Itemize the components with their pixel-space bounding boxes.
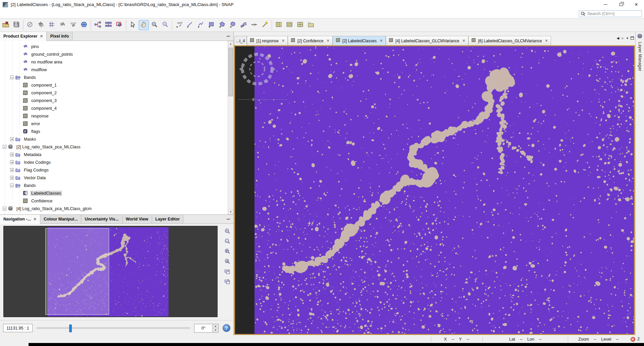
tree-item-response[interactable]: response [0,112,233,120]
tree-expander-plus[interactable] [10,160,14,164]
tree-item-component-4[interactable]: component_4 [0,104,233,112]
close-tab-icon[interactable]: ✕ [33,217,37,221]
search-box[interactable] [579,10,642,17]
tree-expander-plus[interactable] [10,153,14,156]
close-document-icon[interactable]: ✕ [462,39,465,43]
slash-circle-button[interactable] [25,20,35,30]
polygon-tool-button[interactable] [217,20,227,30]
open-product-button[interactable] [1,20,11,30]
tree-scrollbar[interactable]: ▲ ▼ [228,41,233,214]
tree-item-masks[interactable]: Masks [0,135,233,143]
layer-manager-strip[interactable]: Layer Manager [635,32,644,336]
tree-item-bands[interactable]: Bands [0,73,233,81]
tree-item-component-1[interactable]: component_1 [0,81,233,89]
wkt-tool-button[interactable] [238,20,248,30]
close-tab-icon[interactable]: ✕ [40,34,43,39]
pin-tool-button[interactable] [57,20,67,30]
image-view-canvas[interactable] [255,46,634,334]
zoom-out-button[interactable]: − [223,237,232,246]
tree-item-no-mudflow-area[interactable]: no mudflow area [0,58,233,66]
gcp-insert-button[interactable]: GCP [174,20,184,30]
maximize-view-button[interactable] [631,37,634,40]
zoom-tool-button[interactable] [149,20,159,30]
tree-item-confidence[interactable]: Confidence [0,197,233,205]
close-document-icon[interactable]: ✕ [282,39,285,43]
tree-item-mudflow[interactable]: mudflow [0,66,233,73]
graticule-grid-button[interactable] [47,20,57,30]
tree-item-component-3[interactable]: component_3 [0,97,233,104]
view-zoom-slider-overlay[interactable] [238,99,287,100]
graph-builder-button[interactable] [93,20,103,30]
zoom-all-button[interactable]: A [223,257,232,266]
image-view[interactable] [234,45,635,335]
document-tab-6-labeledclasses-glcmvariance[interactable]: [6] LabeledClasses_GLCMVariance✕ [468,36,551,45]
tree-item-ground-control-points[interactable]: ground_control_points [0,50,233,58]
tree-item-error[interactable]: error [0,120,233,128]
tree-expander-minus[interactable] [3,207,6,210]
navigation-minimize-button[interactable] [226,217,231,221]
tree-expander-plus[interactable] [10,176,14,180]
product-tree[interactable]: pinsground_control_pointsno mudflow area… [0,41,233,214]
tree-expander-minus[interactable] [10,76,14,79]
tile-columns-button[interactable] [274,20,284,30]
scroll-up-arrow[interactable]: ▲ [228,41,233,46]
spatial-subset-button[interactable] [114,20,124,30]
tile-single-button[interactable] [306,20,316,30]
close-document-icon[interactable]: ✕ [326,39,329,43]
tree-item-pins[interactable]: pins [0,43,233,50]
view-navigation-wheel-overlay[interactable] [236,50,280,93]
line-tool-button[interactable] [185,20,195,30]
tree-item-component-2[interactable]: component_2 [0,89,233,97]
rotation-field[interactable]: 0° [194,324,213,333]
scrollbar-thumb[interactable] [228,48,233,96]
navigation-thumbnail-area[interactable] [3,226,218,317]
sync-cursors-button[interactable] [223,278,232,286]
overflow-tab[interactable]: ...t_4 [234,36,247,45]
view-zoom-slider-knob[interactable] [252,98,254,101]
navigation-tab-navigation[interactable]: Navigation -...✕ [0,215,40,224]
navigation-tab-colour-manipul[interactable]: Colour Manipul... [40,215,81,224]
tile-grid-button[interactable] [295,20,305,30]
tree-item-index-codings[interactable]: Index Codings [0,158,233,166]
zoom-slider[interactable] [37,327,190,329]
tree-item-flags[interactable]: Fflags [0,128,233,135]
scroll-down-arrow[interactable]: ▼ [228,209,233,214]
zoom-pixel-button[interactable]: P [223,247,232,256]
tree-item-flag-codings[interactable]: Flag Codings [0,166,233,174]
document-tab-2-confidence[interactable]: [2] Confidence✕ [288,36,333,45]
select-tool-button[interactable] [128,20,138,30]
tree-item-4-log-ratio-stack-pca-mlclass-glcm[interactable]: [4] Log_ratio_Stack_pca_MLClass_glcm [0,205,233,212]
zoom-in-button[interactable]: + [223,227,232,236]
close-document-icon[interactable]: ✕ [545,39,548,43]
scroll-tabs-right-button[interactable]: ▶ [622,36,624,40]
magnifier-tool-button[interactable] [160,20,170,30]
document-tab-1-response[interactable]: [1] response✕ [247,36,288,45]
batch-processing-button[interactable] [103,20,113,30]
help-button[interactable]: ? [223,324,230,332]
tree-item-labeledclasses[interactable]: 1LabeledClasses [0,189,233,197]
pan-tool-button[interactable] [139,20,149,30]
import-arrows-button[interactable] [36,20,46,30]
explorer-tab-product-explorer[interactable]: Product Explorer✕ [0,32,47,41]
zoom-slider-thumb[interactable] [69,325,72,332]
tree-item-vector-data[interactable]: Vector Data [0,174,233,182]
close-document-icon[interactable]: ✕ [380,39,383,43]
explorer-minimize-button[interactable] [226,34,231,39]
tree-expander-minus[interactable] [3,145,6,149]
navigation-tab-uncertainty-vis[interactable]: Uncertainty Vis... [81,215,122,224]
tab-list-dropdown-button[interactable]: ▾ [627,36,628,40]
tree-item-metadata[interactable]: Metadata [0,151,233,158]
tree-item-bands[interactable]: Bands [0,182,233,189]
close-button[interactable]: ✕ [629,0,644,9]
tree-expander-plus[interactable] [10,168,14,172]
gcp-manager-button[interactable]: GCP [68,20,78,30]
polyline-tool-button[interactable] [195,20,205,30]
restore-button[interactable] [613,0,629,9]
tree-item-2-log-ratio-stack-pca-mlclass[interactable]: [2] Log_ratio_Stack_pca_MLClass [0,143,233,151]
ellipse-tool-button[interactable] [228,20,238,30]
document-tab-4-labeledclasses-glcmvariance[interactable]: [4] LabeledClasses_GLCMVariance✕ [386,36,468,45]
rectangle-tool-button[interactable] [206,20,216,30]
zoom-ratio-field[interactable] [3,324,33,332]
tree-expander-minus[interactable] [10,184,14,187]
rotation-up-button[interactable]: ▲ [213,324,218,329]
